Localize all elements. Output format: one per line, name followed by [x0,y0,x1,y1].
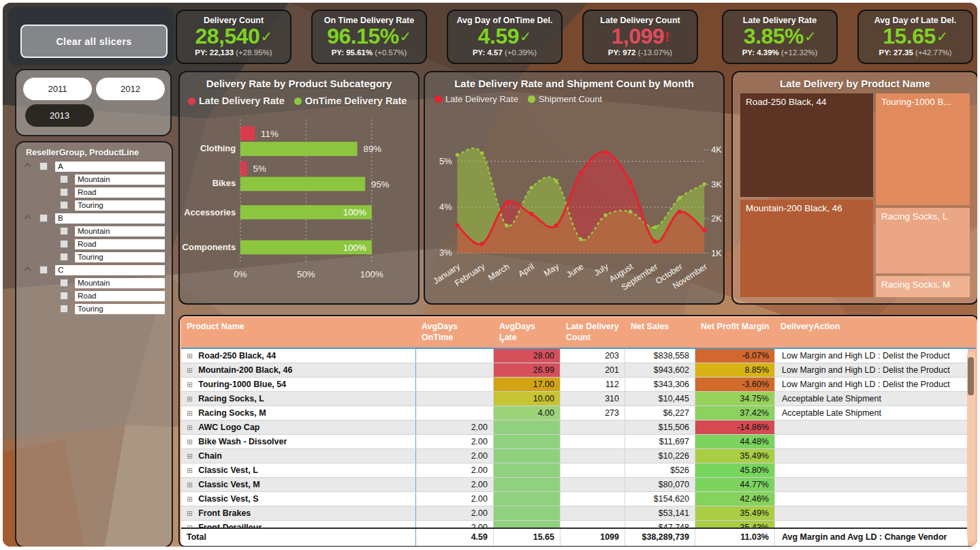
table-row[interactable]: ⊞Classic Vest, S2.00$154,62042.46% [181,492,968,506]
late-rate-point[interactable] [505,200,509,204]
collapse-chevron-icon[interactable] [25,164,31,170]
expand-icon[interactable]: ⊞ [187,423,193,431]
checkbox[interactable] [60,305,68,313]
bar-late-rate[interactable] [240,126,255,140]
tree-child-label[interactable]: Road [75,187,165,198]
late-rate-point[interactable] [603,150,607,154]
bar-late-rate[interactable] [240,162,247,176]
treemap-item[interactable]: Racing Socks, L [876,208,970,273]
checkbox[interactable] [60,240,68,248]
shipment-point[interactable] [702,183,706,187]
treemap-item[interactable]: Mountain-200 Black, 46 [740,200,873,297]
treemap-item[interactable]: Touring-1000 B... [876,93,970,205]
checkbox[interactable] [60,175,68,183]
shipment-point[interactable] [505,224,509,228]
tree-child-row[interactable]: Mountain [16,226,172,236]
tree-group-label[interactable]: C [55,265,165,275]
table-row[interactable]: ⊞Chain2.00$10,22635.49% [181,449,968,463]
tree-child-row[interactable]: Mountain [16,278,172,288]
year-pill-2013[interactable]: 2013 [25,104,94,127]
column-header-delivery-action[interactable]: DeliveryAction [775,318,965,348]
expand-icon[interactable]: ⊞ [187,480,193,489]
tree-group-label[interactable]: B [55,213,165,224]
bar-ontime-rate[interactable] [240,177,365,192]
year-pill-2012[interactable]: 2012 [96,78,165,100]
checkbox[interactable] [60,188,68,196]
shipment-point[interactable] [678,196,682,200]
late-rate-point[interactable] [529,212,533,216]
tree-child-label[interactable]: Touring [75,304,165,314]
legend-item-shipment-count[interactable]: Shipment Count [528,94,602,104]
expand-icon[interactable]: ⊞ [187,509,193,517]
treemap-item[interactable]: Racing Socks, M [876,276,970,297]
table-row[interactable]: ⊞Front Brakes2.00$53,14135.49% [181,506,968,521]
tree-child-label[interactable]: Mountain [75,226,165,236]
late-rate-point[interactable] [480,242,484,246]
treemap-item[interactable]: Road-250 Black, 44 [740,93,873,197]
checkbox[interactable] [39,162,48,170]
tree-child-row[interactable]: Road [16,239,172,249]
shipment-point[interactable] [456,153,460,157]
table-row[interactable]: ⊞Classic Vest, M2.00$80,07044.77% [181,478,968,492]
tree-child-row[interactable]: Road [16,291,172,301]
checkbox[interactable] [39,266,48,274]
collapse-chevron-icon[interactable] [25,215,31,222]
tree-child-label[interactable]: Mountain [75,174,165,185]
expand-icon[interactable]: ⊞ [187,395,193,403]
checkbox[interactable] [60,227,68,235]
tree-group-label[interactable]: A [55,162,165,172]
shipment-point[interactable] [554,179,558,183]
expand-icon[interactable]: ⊞ [187,452,193,460]
legend-item-late-rate[interactable]: Late Delivery Rate [188,95,285,106]
table-row[interactable]: ⊞Front Derailleur2.00$47,74835.43% [181,521,968,528]
table-row[interactable]: ⊞Touring-1000 Blue, 5417.00112$343,306-3… [181,378,968,392]
shipment-point[interactable] [579,237,583,241]
column-header-avgdays-late[interactable]: AvgDays Late▼ [494,318,560,348]
late-rate-point[interactable] [678,210,682,214]
collapse-chevron-icon[interactable] [25,267,31,274]
table-row[interactable]: ⊞AWC Logo Cap2.00$15,506-14.86% [181,421,968,435]
tree-group-row[interactable]: B [16,213,172,224]
scrollbar-thumb[interactable] [968,357,974,395]
expand-icon[interactable]: ⊞ [187,466,193,474]
clear-all-slicers-button[interactable]: Clear all slicers [20,25,168,58]
checkbox[interactable] [60,292,68,300]
tree-child-label[interactable]: Touring [75,200,165,211]
table-row[interactable]: ⊞Mountain-200 Black, 4626.99201$943,6028… [181,363,968,378]
bar-ontime-rate[interactable] [240,142,358,156]
shipment-point[interactable] [653,226,657,230]
expand-icon[interactable]: ⊞ [187,380,193,388]
expand-icon[interactable]: ⊞ [187,352,193,360]
column-header-late-count[interactable]: Late Delivery Count [560,318,625,348]
shipment-point[interactable] [603,213,607,217]
table-row[interactable]: ⊞Racing Socks, L10.00310$10,44534.75%Acc… [181,392,968,406]
tree-child-row[interactable]: Mountain [16,174,172,185]
column-header-avgdays-ontime[interactable]: AvgDays OnTime [416,318,494,348]
late-rate-point[interactable] [653,239,657,243]
column-header-product-name[interactable]: Product Name [181,318,416,348]
late-rate-point[interactable] [455,224,459,228]
expand-icon[interactable]: ⊞ [187,438,193,446]
checkbox[interactable] [39,214,48,222]
checkbox[interactable] [60,253,68,261]
tree-child-label[interactable]: Road [75,239,165,249]
checkbox[interactable] [60,279,68,287]
table-row[interactable]: ⊞Racing Socks, M4.00273$6,22737.42%Accep… [181,406,968,421]
shipment-point[interactable] [629,210,633,214]
checkbox[interactable] [60,201,68,209]
legend-item-ontime-rate[interactable]: OnTime Delivery Rate [294,95,407,106]
tree-child-row[interactable]: Touring [16,252,172,262]
table-row[interactable]: ⊞Road-250 Black, 4428.00203$838,558-6.07… [181,349,968,363]
table-row[interactable]: ⊞Classic Vest, L2.00$52645.80% [181,463,968,478]
tree-group-row[interactable]: C [16,265,172,275]
expand-icon[interactable]: ⊞ [187,409,193,417]
shipment-point[interactable] [480,151,484,155]
tree-group-row[interactable]: A [16,162,172,172]
tree-child-row[interactable]: Touring [16,200,172,211]
tree-child-label[interactable]: Touring [75,252,165,262]
tree-child-row[interactable]: Touring [16,304,172,314]
column-header-net-sales[interactable]: Net Sales [625,318,695,348]
legend-item-late-rate[interactable]: Late Delivery Rate [434,94,518,104]
table-row[interactable]: ⊞Bike Wash - Dissolver2.00$11,69744.48% [181,435,968,449]
column-header-net-profit-margin[interactable]: Net Profit Margin [695,318,775,348]
